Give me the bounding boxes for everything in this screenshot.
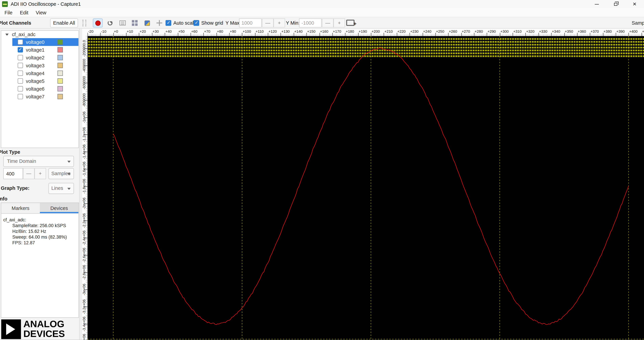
channel-color-swatch[interactable] [58, 55, 63, 60]
samples-header-label: Samples [632, 17, 644, 29]
channel-checkbox[interactable] [18, 86, 23, 91]
plot-type-dropdown[interactable]: Time Domain [3, 156, 74, 167]
x-tick-label: +300 [500, 29, 508, 34]
x-tick-mark [165, 33, 165, 36]
x-tick-label: +350 [565, 29, 573, 34]
devices-button[interactable] [142, 18, 152, 27]
show-grid-toggle[interactable]: Show grid [194, 17, 223, 29]
y-max-input[interactable] [239, 18, 262, 27]
show-grid-checkbox[interactable] [194, 20, 199, 26]
channel-name: voltage4 [26, 70, 58, 76]
refresh-icon [108, 20, 112, 25]
channel-name: voltage5 [26, 78, 58, 84]
y-min-input[interactable] [299, 18, 322, 27]
x-tick-label: +90 [230, 29, 236, 34]
channel-color-swatch[interactable] [58, 47, 63, 52]
x-ruler: -20-10+0+10+20+30+40+50+60+70+80+90+100+… [88, 29, 644, 36]
channel-color-swatch[interactable] [58, 63, 63, 68]
info-line: Sweep: 64.00 ms (82.38%) [1, 234, 78, 240]
channel-row-voltage5[interactable]: voltage5 [12, 77, 78, 85]
channel-color-swatch[interactable] [58, 94, 63, 99]
pane-splitter[interactable] [79, 29, 82, 340]
device-tree-row[interactable]: cf_axi_adc [1, 31, 78, 38]
channel-row-voltage4[interactable]: voltage4 [12, 69, 78, 77]
close-button[interactable] [625, 0, 644, 8]
channel-row-voltage0[interactable]: voltage0 [12, 38, 78, 46]
minimize-button[interactable] [588, 0, 606, 8]
x-tick-mark [551, 33, 552, 36]
x-tick-label: +180 [346, 29, 354, 34]
channel-checkbox[interactable] [18, 94, 23, 99]
logo-line2: DEVICES [24, 329, 65, 339]
y-min-decrement-button[interactable]: — [322, 18, 334, 27]
channel-name: voltage0 [26, 39, 58, 45]
notes-button[interactable] [118, 18, 127, 27]
tab-devices[interactable]: Devices [40, 203, 78, 213]
record-button[interactable] [93, 18, 102, 27]
x-tick-label: +380 [604, 29, 612, 34]
x-tick-label: +20 [140, 29, 146, 34]
x-tick-label: +290 [488, 29, 496, 34]
toolbar-grip[interactable] [82, 20, 86, 26]
channel-name: voltage6 [26, 86, 58, 92]
app-icon [2, 1, 8, 7]
title-bar: ADI IIO Oscilloscope - Capture1 [0, 0, 644, 8]
y-max-increment-button[interactable]: + [274, 18, 285, 27]
sidebar: cf_axi_adc voltage0voltage1voltage2volta… [0, 29, 80, 340]
x-tick-mark [500, 33, 500, 36]
restore-icon [614, 3, 617, 5]
sample-unit-dropdown[interactable]: Samples [48, 168, 74, 179]
channel-color-swatch[interactable] [58, 86, 63, 91]
channel-checkbox[interactable] [18, 47, 23, 52]
channel-color-swatch[interactable] [58, 78, 63, 84]
channel-color-swatch[interactable] [58, 71, 63, 76]
plot-type-label: Plot Type [0, 149, 20, 155]
sample-unit-value: Samples [52, 170, 70, 176]
auto-scale-label: Auto scale [173, 20, 196, 26]
enable-all-button[interactable]: Enable All [50, 18, 78, 27]
analog-devices-logo-text: ANALOG DEVICES [24, 319, 65, 339]
auto-scale-toggle[interactable]: Auto scale [166, 17, 196, 29]
x-tick-mark [422, 33, 423, 36]
channel-row-voltage7[interactable]: voltage7 [12, 93, 78, 100]
x-tick-label: -10 [101, 29, 106, 34]
x-tick-mark [242, 33, 242, 36]
channel-row-voltage1[interactable]: voltage1 [12, 46, 78, 54]
channel-checkbox[interactable] [18, 71, 23, 76]
channel-row-voltage2[interactable]: voltage2 [12, 54, 78, 61]
devices-icon [144, 20, 150, 26]
analog-devices-logo-icon [1, 320, 21, 339]
x-tick-mark [332, 33, 333, 36]
x-tick-label: +400 [629, 29, 638, 34]
x-tick-label: +70 [204, 29, 210, 34]
x-tick-mark [204, 33, 204, 36]
channel-rows: voltage0voltage1voltage2voltage3voltage4… [1, 38, 78, 100]
maximize-button[interactable] [606, 0, 625, 8]
menu-view[interactable]: View [32, 8, 50, 17]
sample-count-decrement-button[interactable]: — [23, 168, 34, 179]
channel-row-voltage6[interactable]: voltage6 [12, 85, 78, 93]
channel-checkbox[interactable] [18, 55, 23, 60]
channel-color-swatch[interactable] [58, 39, 63, 45]
sample-count-input[interactable] [3, 168, 23, 179]
y-max-decrement-button[interactable]: — [262, 18, 274, 27]
tab-markers[interactable]: Markers [1, 203, 40, 213]
auto-scale-checkbox[interactable] [166, 20, 171, 26]
sample-count-increment-button[interactable]: + [34, 168, 46, 179]
minimize-icon [595, 4, 599, 4]
pan-button[interactable] [154, 18, 164, 27]
new-plot-button[interactable] [346, 20, 354, 26]
channel-checkbox[interactable] [18, 63, 23, 68]
refresh-button[interactable] [105, 18, 115, 27]
x-tick-mark [474, 33, 474, 36]
plot-canvas[interactable] [88, 36, 644, 340]
channel-checkbox[interactable] [18, 39, 23, 45]
channel-row-voltage3[interactable]: voltage3 [12, 62, 78, 69]
grid-view-button[interactable] [130, 18, 140, 27]
graph-type-dropdown[interactable]: Lines [48, 183, 74, 194]
menu-file[interactable]: File [1, 8, 16, 17]
channel-checkbox[interactable] [18, 78, 23, 84]
y-min-increment-button[interactable]: + [334, 18, 345, 27]
menu-edit[interactable]: Edit [16, 8, 32, 17]
device-name: cf_axi_adc [12, 31, 35, 37]
